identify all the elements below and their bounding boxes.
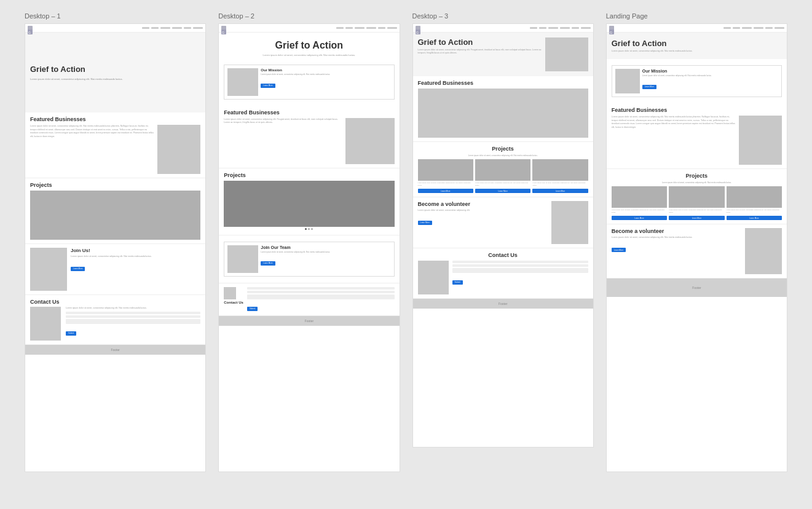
volunteer-img-landing [745, 228, 782, 274]
dot-3[interactable] [311, 228, 313, 230]
nav-link-login-d2[interactable] [378, 27, 385, 29]
svg-text:G: G [416, 30, 419, 34]
projects-section-desktop1: Projects [25, 178, 205, 244]
form-message-d3[interactable] [452, 268, 588, 273]
projects-section-desktop2: Projects [219, 168, 399, 235]
proj-btn-1-lp[interactable]: Learn More [612, 216, 667, 220]
contact-row-desktop2: Contact Us Submit [224, 287, 394, 312]
nav-link-donate-d3[interactable] [581, 27, 591, 29]
project-btn-2-d3[interactable]: Learn More [475, 189, 530, 193]
proj-btn-2-lp[interactable]: Learn More [669, 216, 724, 220]
frame-wrapper-desktop2: Desktop – 2 G Grief to Action L [212, 12, 406, 472]
form-name-d3[interactable] [452, 261, 588, 263]
featured-section-landing: Featured Businesses Lorem ipsum dolor si… [607, 103, 787, 169]
nav-link-donate-d2[interactable] [387, 27, 397, 29]
projects-grid-desktop3: Lorem ipsum dolor sit amet, consectetur … [418, 159, 588, 193]
mission-btn-landing[interactable]: Learn More [642, 85, 656, 89]
form-field-message[interactable] [66, 319, 200, 324]
join-btn-desktop2[interactable]: Learn More [261, 261, 275, 266]
nav-link-projects-d2[interactable] [355, 27, 365, 29]
project-btn-1-d3[interactable]: Learn More [418, 189, 473, 193]
nav-link-projects-d3[interactable] [548, 27, 558, 29]
nav-link-home-d2[interactable] [336, 27, 344, 29]
mission-text-desktop2: Our Mission Lorem ipsum dolor sit amet, … [261, 68, 390, 89]
contact-section-desktop1: Contact Us Lorem ipsum dolor sit amet, c… [25, 295, 205, 345]
nav-link-about-d2[interactable] [345, 27, 353, 29]
nav-link-resources-d2[interactable] [366, 27, 376, 29]
mission-btn-desktop2[interactable]: Learn More [261, 84, 275, 88]
volunteer-title-desktop3: Become a volunteer [418, 201, 548, 207]
project-card-img-3 [532, 159, 588, 181]
nav-link-home[interactable] [142, 27, 149, 29]
nav-link-resources-d3[interactable] [560, 27, 570, 29]
navbar-desktop1: G [25, 24, 205, 33]
featured-row-landing: Lorem ipsum dolor sit amet, consectetur … [612, 116, 782, 165]
contact-img-desktop1 [30, 307, 61, 341]
dot-2[interactable] [308, 228, 310, 230]
nav-link-login-d3[interactable] [572, 27, 579, 29]
form-field-email-d2[interactable] [247, 291, 395, 293]
nav-link-about-lp[interactable] [733, 27, 740, 29]
project-card-1-d3: Lorem ipsum dolor sit amet, consectetur … [418, 159, 473, 193]
featured-text-desktop2: Lorem ipsum dolor sit amet, consectetur … [224, 118, 342, 125]
nav-link-login[interactable] [184, 27, 191, 29]
footer-text-desktop3: Footer [499, 302, 507, 306]
projects-section-desktop3: Projects Lorem ipsum dolor sit amet, con… [413, 142, 593, 197]
proj-img-3-lp [727, 186, 782, 208]
project-card-1-lp: Lorem ipsum dolor sit amet, consectetur … [612, 186, 667, 220]
form-field-message-d2[interactable] [247, 294, 395, 299]
form-field-name-d2[interactable] [247, 287, 395, 290]
featured-img-desktop2 [345, 118, 395, 164]
form-email-d3[interactable] [452, 264, 588, 267]
proj-text-3-lp: Lorem ipsum dolor sit amet, consectetur … [727, 209, 782, 213]
nav-link-about[interactable] [151, 27, 159, 29]
hero-desktop1: Grief to Action Lorem ipsum dolor sit am… [25, 33, 205, 112]
projects-title-desktop1: Projects [30, 182, 200, 188]
nav-link-donate-lp[interactable] [775, 27, 784, 29]
nav-logo-desktop3: G [416, 26, 420, 31]
join-img-desktop1 [30, 248, 67, 291]
featured-img-desktop1 [157, 125, 200, 174]
hero-title-desktop3: Grief to Action [418, 37, 542, 47]
nav-link-home-lp[interactable] [723, 27, 731, 29]
nav-link-projects-lp[interactable] [742, 27, 752, 29]
project-btn-3-d3[interactable]: Learn More [532, 189, 588, 193]
nav-link-home-d3[interactable] [530, 27, 537, 29]
volunteer-img-desktop3 [551, 201, 588, 244]
mission-body-desktop2: Lorem ipsum dolor sit amet, consectetur … [261, 73, 390, 76]
dot-1[interactable] [305, 228, 307, 230]
nav-link-resources-lp[interactable] [754, 27, 763, 29]
nav-link-donate[interactable] [193, 27, 203, 29]
nav-link-projects[interactable] [160, 27, 170, 29]
volunteer-body-landing: Lorem ipsum dolor sit amet, consectetur … [612, 236, 741, 239]
mission-img-desktop2 [227, 68, 258, 96]
footer-text-desktop1: Footer [111, 348, 119, 352]
proj-btn-3-lp[interactable]: Learn More [727, 216, 782, 220]
featured-title-desktop2: Featured Businesses [224, 109, 394, 116]
nav-link-resources[interactable] [172, 27, 182, 29]
nav-link-login-lp[interactable] [765, 27, 773, 29]
form-field-name[interactable] [66, 312, 200, 314]
form-field-email[interactable] [66, 315, 200, 318]
hero-body-landing: Lorem ipsum dolor sit amet, consectetur … [612, 50, 782, 53]
contact-submit-desktop2[interactable]: Submit [247, 307, 258, 311]
projects-grid-landing: Lorem ipsum dolor sit amet, consectetur … [612, 186, 782, 220]
frame-desktop2: G Grief to Action Lorem ipsum dolor sit … [218, 23, 400, 472]
volunteer-title-landing: Become a volunteer [612, 228, 741, 234]
volunteer-btn-landing[interactable]: Learn More [612, 248, 626, 252]
footer-text-desktop2: Footer [305, 319, 313, 323]
proj-img-1-lp [612, 186, 667, 208]
featured-title-landing: Featured Businesses [612, 107, 782, 113]
carousel-img-desktop2 [224, 181, 394, 227]
nav-links-desktop3 [530, 27, 591, 29]
contact-submit-desktop3[interactable]: Submit [452, 280, 463, 285]
volunteer-btn-desktop3[interactable]: Learn More [418, 221, 432, 225]
hero-body-desktop1: Lorem ipsum dolor sit amet, consectetur … [30, 77, 198, 81]
join-btn-desktop1[interactable]: Learn More [71, 267, 85, 271]
project-card-text-3: Lorem ipsum dolor sit amet, consectetur … [532, 182, 588, 186]
projects-title-desktop2: Projects [224, 172, 394, 178]
join-section-desktop1: Join Us! Lorem ipsum dolor sit amet, con… [25, 244, 205, 295]
projects-title-desktop3: Projects [418, 146, 588, 152]
nav-link-about-d3[interactable] [539, 27, 546, 29]
contact-submit-desktop1[interactable]: Submit [66, 331, 76, 336]
